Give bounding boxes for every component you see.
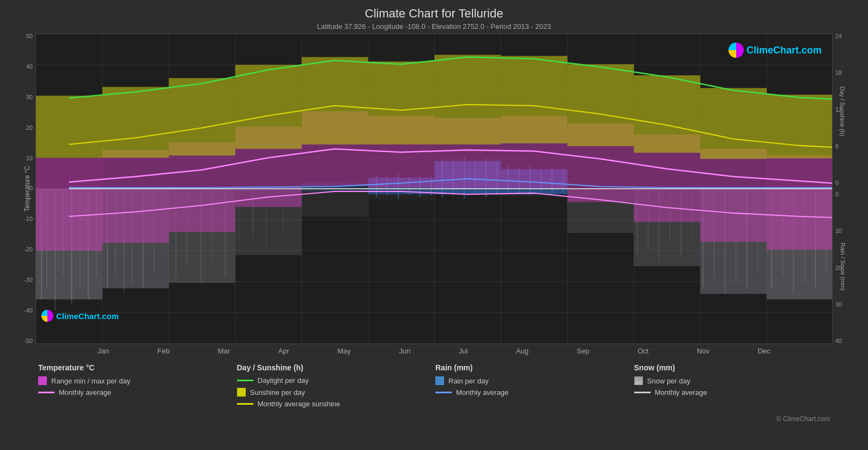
y-axis-right-bottom-label: Rain / Snow (mm) bbox=[840, 242, 846, 290]
legend-sunshine-avg-color bbox=[237, 403, 253, 405]
logo-bottom: ClimeChart.com bbox=[41, 310, 119, 322]
y-axis-right: 24 18 12 6 0 0 10 20 30 40 Day / Sunshin… bbox=[833, 33, 868, 344]
legend-rain-day-label: Rain per day bbox=[448, 377, 489, 385]
x-label-nov: Nov bbox=[697, 347, 709, 355]
legend-rain-day-color bbox=[435, 376, 444, 385]
y-tick-50: 50 bbox=[26, 33, 33, 39]
legend-daylight-label: Daylight per day bbox=[258, 376, 309, 385]
legend-temp-avg: Monthly average bbox=[38, 388, 234, 397]
svg-rect-114 bbox=[302, 57, 368, 145]
logo-text-top: ClimeChart.com bbox=[746, 45, 822, 56]
svg-rect-121 bbox=[767, 95, 832, 159]
svg-rect-112 bbox=[169, 78, 235, 155]
legend-temp-range: Range min / max per day bbox=[38, 376, 234, 385]
x-label-feb: Feb bbox=[157, 347, 169, 355]
chart-svg bbox=[36, 34, 832, 344]
y-tick-40: 40 bbox=[26, 64, 33, 70]
legend-snow-day-color bbox=[634, 376, 643, 385]
svg-rect-99 bbox=[102, 150, 169, 243]
y-tick-10: 10 bbox=[26, 155, 33, 161]
legend-rain-avg-color bbox=[435, 392, 452, 393]
svg-rect-117 bbox=[501, 56, 567, 143]
y-tick-right-0-bot: 0 bbox=[835, 191, 868, 197]
legend-temp-range-color bbox=[38, 376, 47, 385]
copyright: © ClimeChart.com bbox=[0, 415, 868, 423]
chart-subtitle: Latitude 37.926 - Longitude -108.0 - Ele… bbox=[0, 22, 868, 31]
legend-sunshine-title: Day / Sunshine (h) bbox=[237, 363, 433, 372]
y-tick-30: 30 bbox=[26, 94, 33, 100]
legend-temp-range-label: Range min / max per day bbox=[51, 377, 130, 385]
legend-daylight: Daylight per day bbox=[237, 376, 433, 385]
legend-area: Temperature °C Range min / max per day M… bbox=[0, 355, 868, 414]
svg-rect-109 bbox=[767, 155, 832, 249]
x-label-oct: Oct bbox=[638, 347, 648, 355]
legend-snow-day-label: Snow per day bbox=[647, 377, 691, 385]
y-tick-right-40: 40 bbox=[835, 338, 868, 344]
svg-rect-98 bbox=[36, 158, 102, 250]
legend-temp-avg-label: Monthly average bbox=[59, 388, 111, 397]
legend-rain: Rain (mm) Rain per day Monthly average bbox=[435, 363, 632, 411]
y-tick-right-0-top: 0 bbox=[835, 180, 868, 186]
legend-temp-avg-color bbox=[38, 392, 54, 393]
x-label-may: May bbox=[337, 347, 351, 355]
legend-snow-avg-color bbox=[634, 392, 651, 393]
chart-area: ClimeChart.com bbox=[35, 33, 833, 344]
logo-circle-top bbox=[729, 43, 744, 58]
y-tick-20: 20 bbox=[26, 125, 33, 131]
y-axis-right-top-label: Day / Sunshine (h) bbox=[839, 86, 845, 136]
y-axis-left: Temperature °C 50 40 30 20 10 0 -10 -20 … bbox=[0, 33, 35, 344]
y-tick-right-18: 18 bbox=[835, 70, 868, 76]
x-label-jul: Jul bbox=[459, 347, 468, 355]
y-tick-right-10: 10 bbox=[835, 228, 868, 234]
x-label-dec: Dec bbox=[758, 347, 770, 355]
legend-snow-per-day: Snow per day bbox=[634, 376, 830, 385]
svg-rect-115 bbox=[368, 62, 435, 145]
legend-snow-title: Snow (mm) bbox=[634, 363, 830, 372]
x-label-mar: Mar bbox=[218, 347, 230, 355]
y-axis-left-label: Temperature °C bbox=[23, 166, 31, 212]
legend-snow-avg-label: Monthly average bbox=[655, 388, 707, 397]
svg-rect-113 bbox=[235, 65, 302, 149]
y-tick-n50: -50 bbox=[24, 338, 33, 344]
x-label-apr: Apr bbox=[278, 347, 289, 355]
legend-rain-avg-label: Monthly average bbox=[456, 388, 508, 397]
logo-text-bottom: ClimeChart.com bbox=[56, 311, 119, 321]
legend-sunshine-avg-label: Monthly average sunshine bbox=[258, 400, 341, 408]
svg-rect-119 bbox=[634, 75, 700, 153]
svg-rect-116 bbox=[435, 55, 501, 145]
x-label-jun: Jun bbox=[399, 347, 410, 355]
chart-container: Climate Chart for Telluride Latitude 37.… bbox=[0, 0, 868, 450]
legend-sunshine-avg: Monthly average sunshine bbox=[237, 400, 433, 408]
svg-rect-120 bbox=[700, 88, 767, 159]
x-label-sep: Sep bbox=[577, 347, 590, 355]
x-axis: Jan Feb Mar Apr May Jun Jul Aug Sep Oct … bbox=[0, 344, 868, 355]
y-tick-right-24: 24 bbox=[835, 33, 868, 39]
x-label-jan: Jan bbox=[98, 347, 109, 355]
legend-snow-avg: Monthly average bbox=[634, 388, 830, 397]
y-tick-n10: -10 bbox=[24, 216, 33, 222]
svg-rect-111 bbox=[102, 87, 169, 158]
legend-sunshine-day-color bbox=[237, 388, 246, 397]
y-tick-n30: -30 bbox=[24, 277, 33, 283]
legend-rain-avg: Monthly average bbox=[435, 388, 632, 397]
y-tick-n20: -20 bbox=[24, 247, 33, 253]
logo-top: ClimeChart.com bbox=[729, 43, 822, 58]
x-label-aug: Aug bbox=[516, 347, 529, 355]
svg-rect-118 bbox=[567, 64, 634, 146]
legend-rain-per-day: Rain per day bbox=[435, 376, 632, 385]
svg-rect-108 bbox=[700, 149, 767, 242]
legend-sunshine-per-day: Sunshine per day bbox=[237, 388, 433, 397]
legend-temp: Temperature °C Range min / max per day M… bbox=[38, 363, 234, 411]
logo-circle-bottom bbox=[41, 310, 53, 322]
legend-snow: Snow (mm) Snow per day Monthly average bbox=[634, 363, 830, 411]
y-tick-right-6: 6 bbox=[835, 143, 868, 149]
legend-rain-title: Rain (mm) bbox=[435, 363, 632, 372]
legend-temp-title: Temperature °C bbox=[38, 363, 234, 372]
legend-daylight-color bbox=[237, 380, 253, 381]
legend-sunshine-day-label: Sunshine per day bbox=[250, 388, 305, 397]
y-tick-n40: -40 bbox=[24, 308, 33, 314]
legend-sunshine: Day / Sunshine (h) Daylight per day Suns… bbox=[237, 363, 433, 411]
svg-rect-110 bbox=[36, 96, 102, 158]
y-tick-right-30: 30 bbox=[835, 302, 868, 308]
chart-title: Climate Chart for Telluride bbox=[0, 0, 868, 21]
